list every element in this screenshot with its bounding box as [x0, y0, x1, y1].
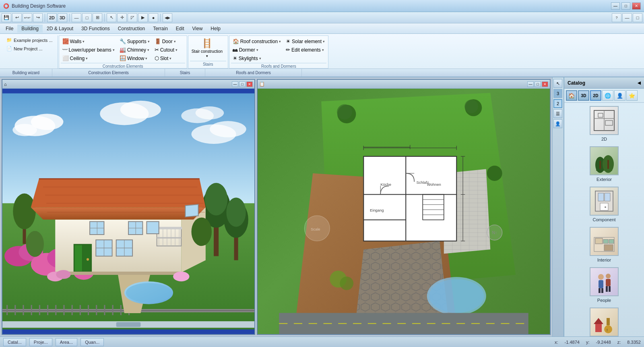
menu-3dfunctions[interactable]: 3D Functions: [77, 25, 114, 33]
status-tab-project[interactable]: Proje...: [29, 338, 52, 346]
catalog-item-2d[interactable]: 2D: [568, 106, 641, 141]
lower-upper-beams-btn[interactable]: 〰 Lower/upper beams ▾: [61, 46, 116, 54]
construction-elements-tab[interactable]: Construction Elements: [52, 69, 165, 77]
chimney-btn[interactable]: 🏭 Chimney ▾: [118, 46, 151, 54]
catalog-tool-2d[interactable]: 2D: [590, 90, 601, 101]
toolbar-btn5[interactable]: ✛: [117, 13, 127, 22]
close-btn[interactable]: ✕: [632, 2, 641, 10]
svg-rect-36: [96, 305, 97, 315]
svg-rect-163: [606, 279, 611, 286]
catalog-item-misc[interactable]: ! Misc: [568, 308, 641, 337]
sidebar-2d-btn[interactable]: 2: [553, 99, 562, 108]
catalog-item-people[interactable]: People: [568, 267, 641, 303]
cutout-btn[interactable]: ✂ Cutout ▾: [153, 46, 185, 54]
x-value: -1.4874: [565, 340, 580, 345]
svg-rect-81: [156, 227, 182, 229]
view-2d-close[interactable]: ✕: [542, 81, 548, 87]
cutout-arrow: ▾: [175, 48, 178, 52]
sep3: [104, 14, 105, 22]
svg-rect-28: [31, 305, 32, 315]
view-3d-close[interactable]: ✕: [246, 81, 253, 87]
building-wizard-tab[interactable]: Building wizard: [0, 69, 52, 77]
toolbar-btn3[interactable]: ⊞: [93, 13, 102, 22]
svg-point-20: [226, 197, 246, 227]
sidebar-3d-btn[interactable]: 3: [553, 89, 562, 98]
catalog-tool-globe[interactable]: 🌐: [602, 90, 613, 101]
menu-construction[interactable]: Construction: [114, 25, 149, 33]
toolbar-btn1[interactable]: —: [72, 13, 81, 22]
supports-icon: 🔧: [120, 38, 126, 44]
sidebar-layer-btn[interactable]: ☰: [553, 109, 562, 118]
toolbar-btn2[interactable]: □: [82, 13, 92, 22]
catalog-tool-3d[interactable]: 3D: [578, 90, 589, 101]
status-tab-area[interactable]: Area...: [56, 338, 77, 346]
menu-view[interactable]: View: [188, 25, 207, 33]
catalog-item-exterior[interactable]: Exterior: [568, 146, 641, 182]
toolbar-btn7[interactable]: ▶: [138, 13, 148, 22]
edit-elements-btn[interactable]: ✏ Edit elements ▾: [284, 46, 326, 54]
status-tab-quantity[interactable]: Quan...: [80, 338, 104, 346]
stairs-tab[interactable]: Stairs: [165, 69, 205, 77]
min-app-btn[interactable]: —: [622, 13, 632, 22]
svg-point-168: [604, 325, 612, 333]
save-btn[interactable]: 💾: [2, 13, 11, 22]
sep1: [45, 14, 45, 22]
new-project-btn[interactable]: 📄 New Project ...: [4, 45, 55, 52]
menu-file[interactable]: File: [2, 25, 17, 33]
view-2d-minimize[interactable]: —: [527, 81, 534, 87]
undo2-btn[interactable]: ↩↩: [23, 13, 32, 22]
sidebar-person-btn[interactable]: 👤: [553, 119, 562, 128]
svg-rect-32: [63, 305, 64, 315]
catalog-close-icon[interactable]: ◀: [638, 81, 641, 85]
view-3d-header: ⌂ — □ ✕: [2, 80, 254, 89]
supports-btn[interactable]: 🔧 Supports ▾: [118, 37, 151, 45]
door-btn[interactable]: 🚪 Door ▾: [153, 37, 185, 45]
plan-area[interactable]: Küche Schlafz. Eingang Wohnen: [258, 89, 550, 334]
help-btn[interactable]: ?: [612, 13, 621, 22]
skylights-btn[interactable]: ☀ Skylights ▾: [231, 54, 283, 62]
window-btn[interactable]: 🪟 Window ▾: [118, 54, 151, 62]
catalog-tool-home[interactable]: 🏠: [566, 90, 577, 101]
catalog-item-interior[interactable]: Interior: [568, 227, 641, 262]
toolbar-btn4[interactable]: ↖: [107, 13, 116, 22]
toolbar-btn9[interactable]: ◀▶: [163, 13, 172, 22]
sidebar-select-btn[interactable]: ↖: [553, 79, 562, 88]
ceiling-btn[interactable]: ⬜ Ceiling ▾: [61, 54, 116, 62]
walls-btn[interactable]: 🧱 Walls ▾: [61, 37, 116, 45]
svg-rect-25: [6, 305, 8, 315]
catalog-thumb-misc: !: [590, 308, 619, 337]
menu-2dlayout[interactable]: 2D & Layout: [43, 25, 77, 33]
menu-terrain[interactable]: Terrain: [149, 25, 172, 33]
menu-help[interactable]: Help: [206, 25, 225, 33]
view-3d-minimize[interactable]: —: [232, 81, 238, 87]
solar-element-btn[interactable]: ☀ Solar element ▾: [284, 37, 326, 45]
stair-construction-btn[interactable]: 🪜 Stair construction ▾: [190, 37, 224, 59]
view-2d-btn[interactable]: 2D: [47, 13, 57, 22]
skylights-icon: ☀: [233, 55, 237, 61]
status-tab-catalog[interactable]: Catal...: [3, 338, 26, 346]
slot-btn[interactable]: ⬡ Slot ▾: [153, 54, 185, 62]
catalog-item-component[interactable]: Component: [568, 187, 641, 222]
maximize-btn[interactable]: □: [621, 2, 630, 10]
view-3d-btn[interactable]: 3D: [58, 13, 67, 22]
dormer-btn[interactable]: 🏘 Dormer ▾: [231, 46, 283, 54]
view-2d-maximize[interactable]: □: [535, 81, 541, 87]
redo-btn[interactable]: ↪: [33, 13, 43, 22]
catalog-thumb-2d: [590, 106, 619, 135]
menu-building[interactable]: Building: [17, 25, 43, 33]
minimize-btn[interactable]: —: [611, 2, 620, 10]
stairs-group: 🪜 Stair construction ▾ Stairs: [188, 35, 228, 69]
toolbar-btn6[interactable]: ◸: [128, 13, 137, 22]
toolbar-btn8[interactable]: ●: [149, 13, 158, 22]
roofs-dormers-tab[interactable]: Roofs and Dormers: [205, 69, 302, 77]
restore-app-btn[interactable]: □: [633, 13, 642, 22]
cutout-icon: ✂: [155, 47, 159, 53]
undo-btn[interactable]: ↩: [12, 13, 22, 22]
catalog-tool-person[interactable]: 👤: [614, 90, 625, 101]
catalog-tool-star[interactable]: ⭐: [626, 90, 638, 101]
roof-construction-btn[interactable]: 🏠 Roof construction ▾: [231, 37, 283, 45]
scene-3d[interactable]: [2, 89, 254, 334]
view-3d-maximize[interactable]: □: [239, 81, 246, 87]
menu-edit[interactable]: Edit: [172, 25, 188, 33]
example-projects-btn[interactable]: 📁 Example projects ...: [4, 36, 55, 44]
